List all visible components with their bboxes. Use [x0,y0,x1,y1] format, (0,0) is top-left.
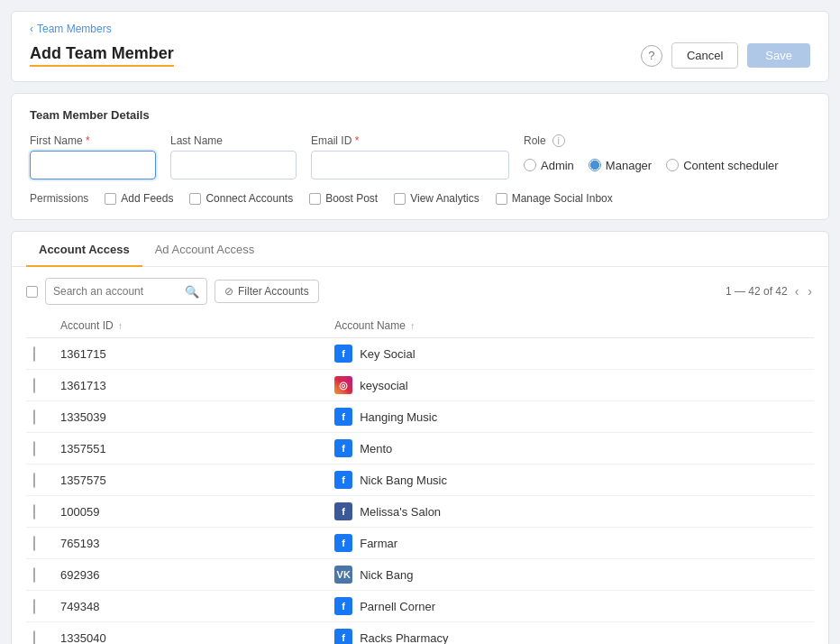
platform-icon: f [334,502,352,520]
role-info-icon[interactable]: i [552,134,565,147]
email-id-input[interactable] [311,151,509,179]
next-page-button[interactable]: › [806,284,814,299]
team-member-details-card: Team Member Details First Name * Last Na… [11,93,829,220]
access-content: 🔍 ⊘ Filter Accounts 1 — 42 of 42 ‹ › [12,267,828,644]
platform-icon: f [334,408,352,426]
account-name: keysocial [360,379,407,392]
account-name-cell: f Hanging Music [327,401,814,433]
perm-add-feeds[interactable]: Add Feeds [105,192,173,205]
account-id-cell: 1335039 [53,401,327,433]
platform-icon: f [334,471,352,489]
tab-ad-account-access[interactable]: Ad Account Access [142,232,268,267]
role-group: Role i Admin Manager Content scheduler [524,134,779,179]
row-checkbox[interactable] [33,346,35,362]
table-row: 1357575 f Nick Bang Music [26,465,814,496]
filter-button[interactable]: ⊘ Filter Accounts [215,280,319,303]
account-name: Melissa's Salon [360,505,441,519]
platform-icon: f [334,534,352,552]
page-header: ‹ Team Members Add Team Member ? Cancel … [11,11,829,82]
perm-view-analytics[interactable]: View Analytics [394,192,479,205]
table-row: 1335039 f Hanging Music [26,401,814,433]
access-tabs: Account Access Ad Account Access [12,232,828,267]
account-id-cell: 1361713 [53,370,327,401]
table-row: 1357551 f Mento [26,433,814,465]
account-id-cell: 1361715 [53,338,327,370]
account-id-cell: 749348 [53,591,327,622]
header-actions: ? Cancel Save [641,42,810,69]
save-button[interactable]: Save [747,43,810,68]
filter-icon: ⊘ [224,285,233,298]
sort-account-name-icon[interactable]: ↑ [410,321,415,331]
search-box: 🔍 [45,278,207,305]
last-name-input[interactable] [170,151,297,179]
account-name-cell: f Farmar [327,528,814,559]
breadcrumb-arrow: ‹ [30,23,33,35]
account-name: Nick Bang [360,568,413,582]
permissions-row: Permissions Add Feeds Connect Accounts B… [30,192,810,205]
account-access-card: Account Access Ad Account Access 🔍 ⊘ Fil… [11,231,829,644]
account-name: Parnell Corner [360,600,435,613]
account-name-cell: f Racks Pharmacy [327,622,814,645]
account-id-cell: 1357575 [53,465,327,496]
account-name-cell: f Key Social [327,338,814,370]
breadcrumb[interactable]: ‹ Team Members [30,23,810,35]
table-row: 692936 VK Nick Bang [26,559,814,591]
first-name-label: First Name * [30,134,156,147]
row-checkbox[interactable] [33,504,35,520]
first-name-input[interactable] [30,151,156,179]
table-row: 765193 f Farmar [26,528,814,559]
breadcrumb-label[interactable]: Team Members [37,23,112,35]
row-checkbox[interactable] [33,599,35,614]
account-name-cell: f Melissa's Salon [327,496,814,528]
role-manager[interactable]: Manager [589,159,652,172]
permissions-label: Permissions [30,192,88,205]
cancel-button[interactable]: Cancel [671,42,738,69]
table-row: 749348 f Parnell Corner [26,591,814,622]
platform-icon: f [334,345,352,363]
role-admin[interactable]: Admin [524,159,574,172]
row-checkbox[interactable] [33,567,35,583]
search-input[interactable] [53,285,179,298]
platform-icon: ◎ [334,376,352,394]
account-id-cell: 765193 [53,528,327,559]
help-button[interactable]: ? [641,45,662,67]
account-name: Key Social [360,347,415,361]
email-id-label: Email ID * [311,134,509,147]
account-name: Farmar [360,537,397,550]
account-id-cell: 1335040 [53,622,327,645]
role-content-scheduler[interactable]: Content scheduler [666,159,779,172]
account-name: Racks Pharmacy [360,631,448,645]
prev-page-button[interactable]: ‹ [793,284,801,299]
platform-icon: f [334,439,352,457]
checkbox-connect-accounts [189,193,201,205]
row-checkbox[interactable] [33,536,35,551]
table-row: 1335040 f Racks Pharmacy [26,622,814,645]
perm-manage-social-inbox[interactable]: Manage Social Inbox [496,192,613,205]
radio-admin [524,159,536,171]
search-icon: 🔍 [185,285,199,299]
page-title: Add Team Member [30,44,174,67]
account-name-cell: ◎ keysocial [327,370,814,401]
perm-connect-accounts[interactable]: Connect Accounts [189,192,293,205]
table-row: 100059 f Melissa's Salon [26,496,814,528]
account-id-cell: 692936 [53,559,327,591]
role-label: Role i [524,134,779,147]
checkbox-manage-social-inbox [496,193,507,205]
last-name-group: Last Name [170,134,297,179]
row-checkbox[interactable] [33,630,35,645]
row-checkbox[interactable] [33,378,35,393]
pagination-info: 1 — 42 of 42 ‹ › [726,284,814,299]
account-name: Mento [360,442,392,455]
row-checkbox[interactable] [33,473,35,488]
perm-boost-post[interactable]: Boost Post [309,192,378,205]
platform-icon: f [334,597,352,615]
role-options: Admin Manager Content scheduler [524,151,779,179]
sort-account-id-icon[interactable]: ↑ [118,321,123,331]
row-checkbox[interactable] [33,441,35,456]
account-name-cell: f Parnell Corner [327,591,814,622]
platform-icon: VK [334,566,352,584]
tab-account-access[interactable]: Account Access [26,232,142,267]
master-checkbox[interactable] [26,286,38,298]
row-checkbox[interactable] [33,409,35,425]
search-filter-row: 🔍 ⊘ Filter Accounts 1 — 42 of 42 ‹ › [26,278,814,305]
